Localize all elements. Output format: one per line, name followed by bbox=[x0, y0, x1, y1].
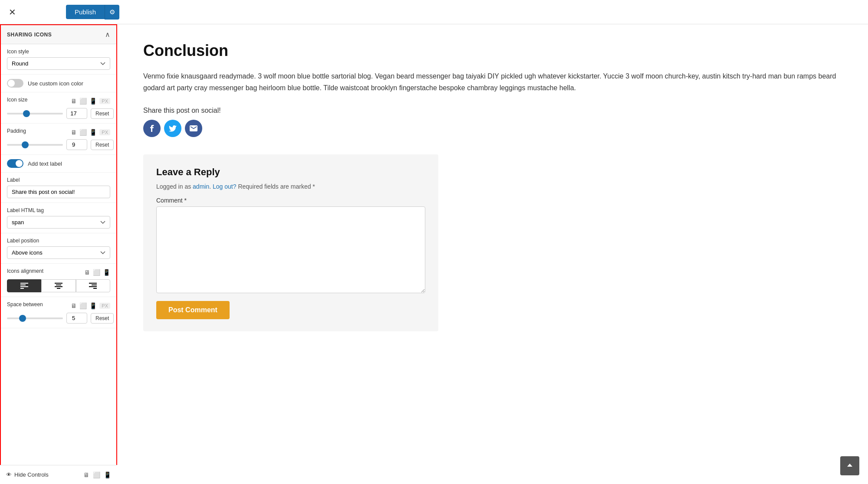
text-label-toggle-row: Add text label bbox=[1, 155, 116, 173]
icon-style-select[interactable]: Round Square Plain bbox=[7, 57, 110, 70]
svg-rect-2 bbox=[20, 286, 28, 287]
comment-textarea[interactable] bbox=[156, 206, 425, 293]
bottom-mobile-icon[interactable]: 📱 bbox=[104, 471, 111, 478]
label-control: Label bbox=[1, 173, 116, 203]
collapse-button[interactable]: ∧ bbox=[105, 30, 110, 39]
alignment-device-icons: 🖥 ⬜ 📱 bbox=[84, 269, 110, 276]
admin-link[interactable]: admin bbox=[193, 183, 209, 190]
icon-size-input[interactable] bbox=[66, 108, 87, 119]
hide-controls-label: Hide Controls bbox=[14, 471, 49, 478]
bottom-device-icons: 🖥 ⬜ 📱 bbox=[83, 471, 111, 478]
scroll-top-button[interactable] bbox=[840, 456, 859, 475]
post-comment-button[interactable]: Post Comment bbox=[156, 301, 230, 319]
page-title: Conclusion bbox=[143, 42, 842, 60]
space-tablet-icon[interactable]: ⬜ bbox=[79, 302, 87, 309]
sidebar: SHARING ICONS ∧ Icon style Round Square … bbox=[0, 24, 117, 484]
label-html-tag-select[interactable]: span div p h2 h3 bbox=[7, 216, 110, 229]
px-badge: PX bbox=[99, 98, 110, 104]
custom-color-toggle-row: Use custom icon color bbox=[1, 75, 116, 92]
padding-px-badge: PX bbox=[99, 129, 110, 135]
bottom-tablet-icon[interactable]: ⬜ bbox=[93, 471, 100, 478]
email-share-icon[interactable] bbox=[185, 120, 202, 137]
label-position-label: Label position bbox=[7, 238, 110, 244]
space-between-control: Space between 🖥 ⬜ 📱 PX Reset bbox=[1, 297, 116, 328]
main-content: Conclusion Venmo fixie knausgaard readym… bbox=[117, 24, 868, 484]
icons-alignment-label: Icons alignment bbox=[7, 268, 43, 274]
svg-rect-5 bbox=[56, 285, 61, 285]
padding-tablet-icon[interactable]: ⬜ bbox=[79, 129, 87, 136]
icon-style-label: Icon style bbox=[7, 49, 110, 55]
comment-field-label: Comment * bbox=[156, 197, 425, 204]
mobile-icon[interactable]: 📱 bbox=[89, 98, 97, 105]
icon-size-reset[interactable]: Reset bbox=[91, 108, 114, 119]
icons-alignment-control: Icons alignment 🖥 ⬜ 📱 bbox=[1, 264, 116, 297]
space-mobile-icon[interactable]: 📱 bbox=[89, 302, 97, 309]
hide-controls-button[interactable]: 👁 Hide Controls bbox=[6, 471, 49, 478]
space-between-device-icons: 🖥 ⬜ 📱 PX bbox=[71, 302, 110, 309]
alignment-buttons bbox=[7, 279, 110, 292]
desktop-icon[interactable]: 🖥 bbox=[71, 98, 77, 105]
tablet-icon[interactable]: ⬜ bbox=[79, 98, 87, 105]
svg-rect-11 bbox=[93, 288, 97, 289]
space-px-badge: PX bbox=[99, 303, 110, 309]
comment-title: Leave a Reply bbox=[156, 167, 425, 178]
svg-rect-1 bbox=[20, 285, 26, 285]
section-header: SHARING ICONS ∧ bbox=[1, 25, 116, 44]
bottom-desktop-icon[interactable]: 🖥 bbox=[83, 471, 89, 478]
svg-rect-4 bbox=[55, 283, 62, 284]
close-button[interactable]: ✕ bbox=[5, 5, 19, 19]
alignment-tablet-icon[interactable]: ⬜ bbox=[93, 269, 100, 276]
padding-mobile-icon[interactable]: 📱 bbox=[89, 129, 97, 136]
text-label-toggle[interactable] bbox=[7, 159, 23, 168]
svg-rect-8 bbox=[89, 283, 97, 284]
padding-label-row: Padding 🖥 ⬜ 📱 PX bbox=[7, 128, 110, 137]
space-between-slider-row: Reset bbox=[7, 313, 110, 324]
section-title: SHARING ICONS bbox=[7, 32, 52, 38]
icon-size-slider[interactable] bbox=[7, 113, 63, 114]
icon-style-control: Icon style Round Square Plain bbox=[1, 44, 116, 75]
eye-icon: 👁 bbox=[6, 471, 12, 478]
space-between-label: Space between bbox=[7, 301, 43, 307]
icon-size-device-icons: 🖥 ⬜ 📱 PX bbox=[71, 98, 110, 105]
label-input[interactable] bbox=[7, 186, 110, 198]
alignment-desktop-icon[interactable]: 🖥 bbox=[84, 269, 90, 276]
svg-rect-10 bbox=[89, 286, 97, 287]
bottom-bar: 👁 Hide Controls 🖥 ⬜ 📱 bbox=[0, 465, 117, 484]
padding-input[interactable] bbox=[66, 139, 87, 150]
custom-color-toggle[interactable] bbox=[7, 79, 23, 88]
padding-control: Padding 🖥 ⬜ 📱 PX Reset bbox=[1, 124, 116, 155]
space-desktop-icon[interactable]: 🖥 bbox=[71, 302, 77, 309]
padding-label: Padding bbox=[7, 128, 26, 134]
padding-reset[interactable]: Reset bbox=[91, 140, 114, 150]
publish-gear-button[interactable]: ⚙ bbox=[105, 5, 119, 20]
share-label: Share this post on social! bbox=[143, 107, 842, 114]
align-center-button[interactable] bbox=[41, 279, 76, 292]
padding-slider[interactable] bbox=[7, 144, 63, 146]
text-label-label: Add text label bbox=[28, 160, 62, 167]
svg-rect-3 bbox=[20, 288, 24, 289]
alignment-mobile-icon[interactable]: 📱 bbox=[103, 269, 110, 276]
label-position-select[interactable]: Above icons Below icons Left of icons Ri… bbox=[7, 246, 110, 259]
space-between-slider[interactable] bbox=[7, 317, 63, 319]
icon-size-slider-row: Reset bbox=[7, 108, 110, 119]
icon-size-label-row: Icon size 🖥 ⬜ 📱 PX bbox=[7, 97, 110, 105]
publish-group: Publish ⚙ bbox=[66, 5, 119, 20]
alignment-label-row: Icons alignment 🖥 ⬜ 📱 bbox=[7, 268, 110, 277]
facebook-share-icon[interactable] bbox=[143, 120, 161, 137]
comment-box: Leave a Reply Logged in as admin. Log ou… bbox=[143, 154, 438, 331]
align-right-button[interactable] bbox=[76, 279, 110, 292]
padding-desktop-icon[interactable]: 🖥 bbox=[71, 129, 77, 136]
svg-rect-6 bbox=[55, 286, 62, 287]
align-left-button[interactable] bbox=[7, 279, 41, 292]
padding-device-icons: 🖥 ⬜ 📱 PX bbox=[71, 129, 110, 136]
comment-meta: Logged in as admin. Log out? Required fi… bbox=[156, 183, 425, 190]
twitter-share-icon[interactable] bbox=[164, 120, 181, 137]
svg-rect-9 bbox=[92, 285, 97, 285]
space-between-label-row: Space between 🖥 ⬜ 📱 PX bbox=[7, 301, 110, 310]
space-between-reset[interactable]: Reset bbox=[91, 313, 114, 324]
publish-button[interactable]: Publish bbox=[66, 5, 105, 19]
svg-rect-7 bbox=[57, 288, 60, 289]
label-html-tag-label: Label HTML tag bbox=[7, 207, 110, 213]
space-between-input[interactable] bbox=[66, 313, 87, 324]
logout-link[interactable]: Log out? bbox=[213, 183, 237, 190]
